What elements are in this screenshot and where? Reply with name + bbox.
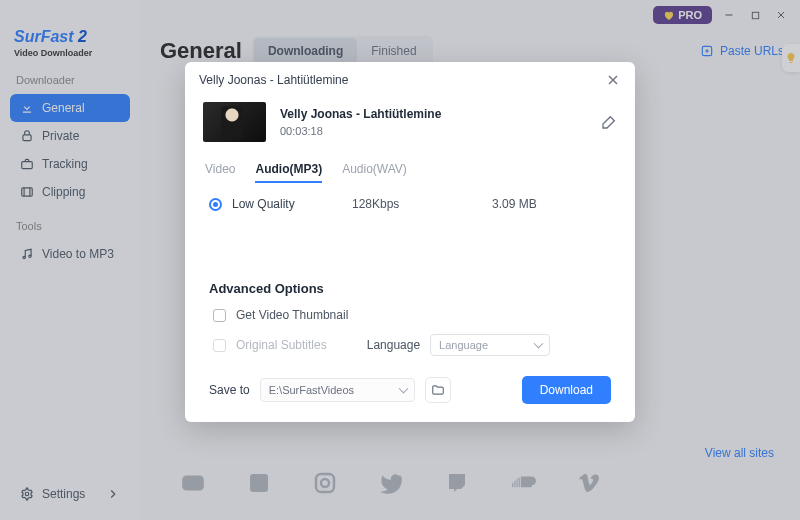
video-title: Velly Joonas - Lahtiütlemine: [280, 107, 587, 121]
quality-bitrate: 128Kbps: [352, 197, 492, 211]
save-to-label: Save to: [209, 383, 250, 397]
language-select[interactable]: Language: [430, 334, 550, 356]
format-tabs: Video Audio(MP3) Audio(WAV): [185, 154, 635, 187]
advanced-options-header: Advanced Options: [185, 271, 635, 302]
browse-folder-button[interactable]: [425, 377, 451, 403]
modal-heading: Velly Joonas - Lahtiütlemine: [199, 73, 348, 87]
edit-title-button[interactable]: [601, 114, 617, 130]
subtitles-label: Original Subtitles: [236, 338, 327, 352]
quality-option-row[interactable]: Low Quality 128Kbps 3.09 MB: [185, 187, 635, 221]
thumbnail-label: Get Video Thumbnail: [236, 308, 348, 322]
thumbnail-checkbox[interactable]: [213, 309, 226, 322]
quality-radio[interactable]: [209, 198, 222, 211]
language-label: Language: [367, 338, 420, 352]
video-thumbnail: [203, 102, 266, 142]
quality-size: 3.09 MB: [492, 197, 537, 211]
tab-audio-mp3[interactable]: Audio(MP3): [255, 162, 322, 182]
quality-label: Low Quality: [232, 197, 352, 211]
download-modal: Velly Joonas - Lahtiütlemine Velly Joona…: [185, 62, 635, 422]
video-duration: 00:03:18: [280, 125, 587, 137]
download-button[interactable]: Download: [522, 376, 611, 404]
save-path-select[interactable]: E:\SurFastVideos: [260, 378, 415, 402]
tab-video[interactable]: Video: [205, 162, 235, 182]
modal-close-button[interactable]: [605, 72, 621, 88]
tab-audio-wav[interactable]: Audio(WAV): [342, 162, 407, 182]
subtitles-checkbox[interactable]: [213, 339, 226, 352]
folder-icon: [431, 383, 445, 397]
